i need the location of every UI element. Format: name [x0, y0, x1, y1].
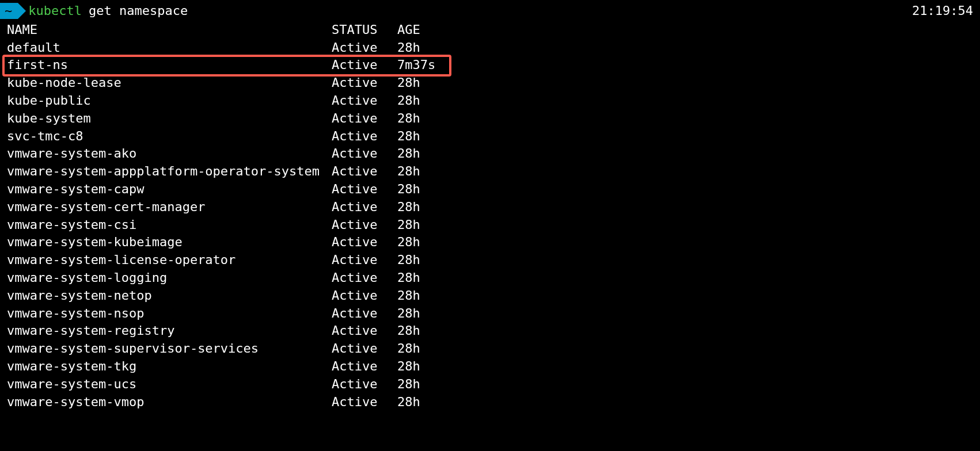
table-row: vmware-system-ucsActive28h: [7, 376, 980, 393]
table-row: vmware-system-tkgActive28h: [7, 358, 980, 376]
header-name: NAME: [7, 21, 332, 39]
cell-status: Active: [332, 358, 397, 376]
cell-name: vmware-system-logging: [7, 269, 332, 287]
terminal-output: NAME STATUS AGE defaultActive28hfirst-ns…: [0, 21, 980, 411]
table-row: vmware-system-kubeimageActive28h: [7, 234, 980, 251]
table-row: defaultActive28h: [7, 39, 980, 57]
table-row: kube-node-leaseActive28h: [7, 74, 980, 92]
cell-age: 28h: [397, 128, 466, 146]
table-row: vmware-system-license-operatorActive28h: [7, 251, 980, 269]
cell-age: 28h: [397, 181, 466, 198]
cell-status: Active: [332, 56, 397, 74]
header-status: STATUS: [332, 21, 397, 39]
table-row: vmware-system-capwActive28h: [7, 181, 980, 198]
prompt-line[interactable]: ~ kubectl get namespace 21:19:54: [0, 0, 980, 21]
cell-status: Active: [332, 234, 397, 251]
cell-name: vmware-system-registry: [7, 322, 332, 340]
cell-age: 28h: [397, 74, 466, 92]
cell-name: kube-public: [7, 92, 332, 110]
cell-status: Active: [332, 74, 397, 92]
cell-age: 28h: [397, 269, 466, 287]
cell-status: Active: [332, 376, 397, 393]
table-row: kube-systemActive28h: [7, 110, 980, 128]
cell-age: 28h: [397, 92, 466, 110]
table-row: vmware-system-appplatform-operator-syste…: [7, 163, 980, 181]
table-row: vmware-system-akoActive28h: [7, 145, 980, 163]
cell-age: 28h: [397, 216, 466, 234]
cell-name: vmware-system-license-operator: [7, 251, 332, 269]
cell-status: Active: [332, 110, 397, 128]
command-name: kubectl: [28, 2, 82, 20]
cell-status: Active: [332, 251, 397, 269]
cell-name: default: [7, 39, 332, 57]
cell-status: Active: [332, 269, 397, 287]
table-row: first-nsActive7m37s: [7, 56, 980, 74]
cell-name: kube-node-lease: [7, 74, 332, 92]
cell-status: Active: [332, 92, 397, 110]
prompt-badge: ~: [0, 3, 18, 19]
table-row: kube-publicActive28h: [7, 92, 980, 110]
cell-age: 28h: [397, 39, 466, 57]
table-row: vmware-system-cert-managerActive28h: [7, 198, 980, 216]
cell-age: 28h: [397, 251, 466, 269]
cell-name: vmware-system-ako: [7, 145, 332, 163]
cell-status: Active: [332, 39, 397, 57]
table-row: svc-tmc-c8Active28h: [7, 128, 980, 146]
cell-name: vmware-system-tkg: [7, 358, 332, 376]
table-row: vmware-system-supervisor-servicesActive2…: [7, 340, 980, 358]
cell-age: 28h: [397, 198, 466, 216]
cell-name: vmware-system-ucs: [7, 376, 332, 393]
cell-name: vmware-system-appplatform-operator-syste…: [7, 163, 332, 181]
cell-status: Active: [332, 305, 397, 323]
cell-status: Active: [332, 340, 397, 358]
cell-age: 28h: [397, 340, 466, 358]
command-args: get namespace: [89, 2, 188, 20]
cell-status: Active: [332, 322, 397, 340]
cell-age: 28h: [397, 110, 466, 128]
cell-status: Active: [332, 163, 397, 181]
table-row: vmware-system-nsopActive28h: [7, 305, 980, 323]
cell-name: svc-tmc-c8: [7, 128, 332, 146]
cell-name: vmware-system-kubeimage: [7, 234, 332, 251]
header-age: AGE: [397, 21, 466, 39]
cell-status: Active: [332, 198, 397, 216]
cell-age: 28h: [397, 305, 466, 323]
cell-name: first-ns: [7, 56, 332, 74]
cell-status: Active: [332, 145, 397, 163]
cell-name: vmware-system-csi: [7, 216, 332, 234]
cell-name: vmware-system-capw: [7, 181, 332, 198]
table-row: vmware-system-loggingActive28h: [7, 269, 980, 287]
cell-name: vmware-system-supervisor-services: [7, 340, 332, 358]
cell-age: 28h: [397, 322, 466, 340]
cell-name: kube-system: [7, 110, 332, 128]
table-header-row: NAME STATUS AGE: [7, 21, 980, 39]
cell-name: vmware-system-netop: [7, 287, 332, 305]
table-row: vmware-system-registryActive28h: [7, 322, 980, 340]
cell-name: vmware-system-cert-manager: [7, 198, 332, 216]
cell-age: 28h: [397, 234, 466, 251]
cell-status: Active: [332, 287, 397, 305]
table-row: vmware-system-csiActive28h: [7, 216, 980, 234]
cell-age: 28h: [397, 145, 466, 163]
table-row: vmware-system-netopActive28h: [7, 287, 980, 305]
cell-name: vmware-system-vmop: [7, 393, 332, 411]
cell-name: vmware-system-nsop: [7, 305, 332, 323]
cell-age: 28h: [397, 393, 466, 411]
cell-age: 28h: [397, 376, 466, 393]
cell-status: Active: [332, 393, 397, 411]
cell-status: Active: [332, 128, 397, 146]
cell-status: Active: [332, 181, 397, 198]
table-row: vmware-system-vmopActive28h: [7, 393, 980, 411]
cell-status: Active: [332, 216, 397, 234]
cell-age: 7m37s: [397, 56, 466, 74]
cell-age: 28h: [397, 163, 466, 181]
cell-age: 28h: [397, 358, 466, 376]
cell-age: 28h: [397, 287, 466, 305]
clock-time: 21:19:54: [912, 2, 973, 20]
